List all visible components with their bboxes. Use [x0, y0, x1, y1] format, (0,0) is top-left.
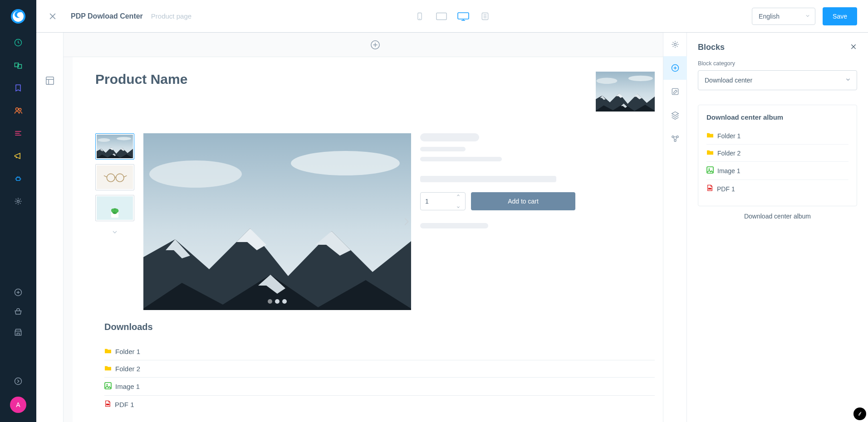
file-label: Folder 2	[717, 150, 740, 157]
svg-rect-61	[672, 88, 678, 94]
blocks-panel: Blocks Block category Download center Do…	[687, 33, 868, 422]
close-editor-button[interactable]	[44, 7, 62, 25]
left-nav-rail: A	[0, 0, 36, 422]
svg-point-38	[15, 378, 22, 385]
svg-point-62	[672, 136, 673, 138]
block-preview-item[interactable]: Folder 2	[706, 145, 848, 162]
pdf-icon	[706, 184, 713, 193]
qty-up-icon[interactable]	[456, 194, 461, 197]
block-preview-item[interactable]: Folder 1	[706, 127, 848, 145]
add-section-button[interactable]	[370, 40, 380, 50]
svg-rect-43	[436, 13, 446, 19]
block-category-select[interactable]: Download center	[698, 70, 857, 90]
folder-icon	[706, 132, 714, 140]
device-desktop-button[interactable]	[457, 10, 470, 23]
tool-navigator-icon[interactable]	[663, 127, 687, 150]
device-mobile-button[interactable]	[413, 10, 426, 23]
file-label: PDF 1	[115, 401, 134, 408]
block-preview-card[interactable]: Download center album Folder 1Folder 2Im…	[698, 105, 857, 206]
nav-orders-icon[interactable]	[14, 83, 23, 92]
nav-collapse-icon[interactable]	[14, 377, 23, 386]
language-select-value: English	[759, 13, 780, 20]
svg-rect-44	[458, 13, 469, 19]
file-label: Image 1	[115, 383, 140, 390]
tool-edit-icon[interactable]	[663, 80, 687, 103]
symfony-badge-icon[interactable]	[853, 407, 866, 420]
layout-sections-rail	[36, 33, 64, 422]
gallery-more-icon[interactable]	[111, 228, 118, 237]
svg-rect-32	[16, 178, 20, 181]
tool-settings-icon[interactable]	[663, 33, 687, 56]
block-preview-item[interactable]: Image 1	[706, 162, 848, 180]
block-preview-caption: Download center album	[687, 213, 868, 220]
download-item[interactable]: Image 1	[104, 378, 655, 396]
file-label: Image 1	[717, 167, 740, 175]
file-label: PDF 1	[717, 185, 735, 193]
add-to-cart-button[interactable]: Add to cart	[471, 192, 575, 210]
section-layout-icon[interactable]	[45, 76, 55, 86]
nav-dashboard-icon[interactable]	[14, 38, 23, 47]
nav-extensions-icon[interactable]	[14, 174, 23, 183]
pdf-icon	[104, 400, 111, 409]
nav-store-icon[interactable]	[14, 328, 23, 337]
nav-settings-icon[interactable]	[14, 197, 23, 206]
user-avatar[interactable]: A	[10, 397, 26, 413]
app-logo[interactable]	[10, 8, 26, 24]
gallery-thumb-3[interactable]	[95, 195, 134, 221]
nav-add-icon[interactable]	[14, 288, 23, 297]
svg-point-27	[16, 108, 19, 111]
top-bar: PDP Dowload Center Product page English …	[36, 0, 868, 33]
image-icon	[104, 382, 112, 391]
folder-icon	[104, 348, 112, 355]
tool-add-block-icon[interactable]	[663, 56, 687, 80]
block-preview-list: Folder 1Folder 2Image 1PDF 1	[706, 127, 848, 198]
save-button[interactable]: Save	[823, 7, 857, 25]
svg-point-28	[19, 108, 21, 111]
device-form-button[interactable]	[479, 10, 491, 23]
quantity-stepper[interactable]: 1	[420, 192, 466, 210]
skeleton-line	[420, 133, 479, 141]
svg-point-57	[674, 44, 676, 46]
nav-content-icon[interactable]	[14, 129, 23, 138]
block-preview-item[interactable]: PDF 1	[706, 180, 848, 198]
chevron-down-icon	[805, 13, 810, 20]
right-tool-rail	[663, 33, 687, 422]
language-select[interactable]: English	[752, 8, 815, 25]
nav-marketing-icon[interactable]	[14, 151, 23, 160]
tool-layers-icon[interactable]	[663, 103, 687, 127]
gallery-main-image	[143, 133, 411, 310]
block-preview-title: Download center album	[706, 113, 848, 121]
svg-rect-51	[46, 77, 54, 85]
downloads-list: Folder 1Folder 2Image 1PDF 1	[104, 343, 655, 413]
image-icon	[706, 166, 714, 175]
block-category-label: Block category	[698, 60, 857, 67]
download-item[interactable]: Folder 2	[104, 360, 655, 378]
product-info-column: 1 Add to cart	[420, 133, 655, 310]
gallery-thumbnails	[95, 133, 134, 310]
panel-close-icon[interactable]	[850, 43, 857, 52]
panel-title: Blocks	[698, 43, 725, 52]
device-switcher	[413, 10, 491, 23]
download-item[interactable]: PDF 1	[104, 396, 655, 413]
folder-icon	[706, 149, 714, 157]
gallery-next-arrow[interactable]	[399, 210, 413, 233]
quantity-value: 1	[425, 198, 429, 205]
page-title: PDP Dowload Center	[71, 12, 143, 20]
product-name-heading: Product Name	[95, 72, 187, 87]
svg-point-33	[17, 200, 20, 203]
add-section-row	[64, 33, 687, 57]
gallery-thumb-1[interactable]	[95, 133, 134, 160]
product-header-image	[596, 72, 655, 112]
qty-down-icon[interactable]	[456, 205, 461, 209]
gallery-dots[interactable]	[268, 299, 287, 304]
page-subtitle: Product page	[151, 12, 191, 20]
svg-point-64	[674, 140, 676, 141]
editor-canvas-area: Product Name	[36, 33, 687, 422]
nav-catalog-icon[interactable]	[14, 61, 23, 70]
nav-customers-icon[interactable]	[14, 106, 23, 115]
nav-cart-icon[interactable]	[14, 308, 23, 317]
device-tablet-button[interactable]	[435, 10, 448, 23]
skeleton-line	[420, 176, 556, 182]
download-item[interactable]: Folder 1	[104, 343, 655, 360]
gallery-thumb-2[interactable]	[95, 164, 134, 190]
